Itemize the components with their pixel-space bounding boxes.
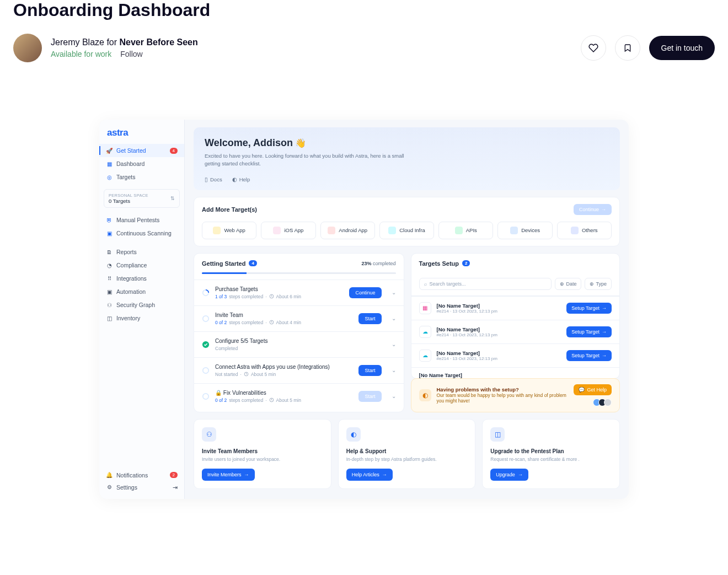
author-avatar[interactable] bbox=[13, 34, 42, 62]
updown-icon: ⇅ bbox=[170, 196, 175, 201]
target-row[interactable]: ☁ [No Name Target] #e214 · 13 Oct 2023, … bbox=[411, 343, 620, 367]
help-strip: ◐ Having problems with the setup? Our te… bbox=[411, 378, 620, 412]
welcome-subtitle: Excited to have you here. Looking forwar… bbox=[205, 152, 414, 168]
start-button[interactable]: Start bbox=[358, 313, 381, 324]
arrow-right-icon: → bbox=[602, 353, 607, 358]
clock-icon bbox=[269, 294, 274, 299]
wave-icon: 👋 bbox=[295, 138, 306, 148]
filter-date[interactable]: ⊕Date bbox=[555, 278, 581, 290]
devices-icon bbox=[510, 227, 518, 234]
chip-apis[interactable]: APIs bbox=[438, 222, 493, 239]
help-link[interactable]: ◐Help bbox=[232, 176, 250, 182]
upgrade-icon: ◫ bbox=[490, 427, 505, 442]
arrow-right-icon: → bbox=[244, 472, 249, 477]
help-support-card: ◐ Help & Support In-depth step by step A… bbox=[338, 419, 476, 489]
notif-badge: 2 bbox=[170, 472, 178, 478]
get-in-touch-button[interactable]: Get in touch bbox=[649, 36, 715, 60]
bookmark-icon bbox=[623, 43, 632, 53]
target-row[interactable]: ☁ [No Name Target] #e214 · 13 Oct 2023, … bbox=[411, 320, 620, 343]
invite-members-button[interactable]: Invite Members→ bbox=[202, 469, 255, 481]
target-type-icon: ☁ bbox=[419, 326, 431, 338]
arrow-right-icon: → bbox=[382, 472, 387, 477]
sidebar-item-notifications[interactable]: 🔔 Notifications 2 bbox=[99, 469, 184, 481]
start-button[interactable]: Start bbox=[358, 365, 381, 376]
targets-setup-card: Targets Setup 2 ⌕ Search targets... ⊕Dat… bbox=[411, 253, 620, 379]
scan-icon: ▣ bbox=[106, 230, 113, 237]
chip-devices[interactable]: Devices bbox=[497, 222, 552, 239]
gs-progress-text: 23% completed bbox=[361, 261, 395, 266]
sidebar-item-dashboard[interactable]: ▦ Dashboard bbox=[99, 157, 184, 170]
chevron-down-icon[interactable]: ⌄ bbox=[392, 393, 396, 399]
chevron-down-icon[interactable]: ⌄ bbox=[392, 315, 396, 321]
progress-circle-icon bbox=[202, 289, 210, 297]
help-subtitle: Our team would be happy to help you with… bbox=[437, 393, 569, 404]
filter-type[interactable]: ⊕Type bbox=[585, 278, 612, 290]
getting-started-title: Getting Started bbox=[202, 260, 245, 267]
ts-count-badge: 2 bbox=[462, 260, 470, 266]
available-for-work[interactable]: Available for work bbox=[51, 50, 111, 58]
chip-ios-app[interactable]: iOS App bbox=[261, 222, 315, 239]
gs-row-fix[interactable]: 🔒 Fix Vulnerabilities 0 of 2 steps compl… bbox=[194, 383, 404, 409]
setup-target-button[interactable]: Setup Target→ bbox=[566, 303, 612, 314]
help-articles-button[interactable]: Help Articles→ bbox=[346, 469, 393, 481]
target-icon: ◎ bbox=[106, 174, 113, 180]
rocket-icon: 🚀 bbox=[106, 147, 113, 154]
svg-point-5 bbox=[203, 367, 209, 373]
chip-web-app[interactable]: Web App bbox=[202, 222, 256, 239]
chat-icon: 💬 bbox=[579, 387, 585, 393]
gs-row-invite[interactable]: Invite Team 0 of 2 steps completed · Abo… bbox=[194, 305, 404, 331]
continue-button[interactable]: Continue bbox=[349, 287, 381, 298]
gs-row-connect[interactable]: Connect Astra with Apps you use (Integra… bbox=[194, 357, 404, 383]
upgrade-button[interactable]: Upgrade→ bbox=[490, 469, 528, 481]
help-icon: ◐ bbox=[232, 176, 237, 182]
target-row[interactable]: ▦ [No Name Target] #e214 · 13 Oct 2023, … bbox=[411, 296, 620, 320]
chip-others[interactable]: Others bbox=[557, 222, 612, 239]
sidebar-item-get-started[interactable]: 🚀 Get Started 4 bbox=[99, 144, 184, 157]
sidebar-item-manual-pentests[interactable]: ⛨ Manual Pentests bbox=[99, 213, 184, 227]
team-avatars bbox=[595, 399, 612, 406]
author-name: Jeremy Blaze for Never Before Seen bbox=[51, 37, 198, 47]
sidebar-item-reports[interactable]: 🗎 Reports bbox=[99, 245, 184, 259]
others-icon bbox=[571, 227, 579, 234]
dashboard-shot: astra 🚀 Get Started 4 ▦ Dashboard ◎ Targ… bbox=[99, 120, 629, 499]
target-chips: Web App iOS App Android App Cloud Infra … bbox=[202, 222, 612, 239]
follow-link[interactable]: Follow bbox=[120, 50, 142, 58]
logout-icon[interactable]: ⇥ bbox=[173, 484, 178, 491]
chevron-down-icon[interactable]: ⌄ bbox=[392, 289, 396, 295]
sidebar-item-automation[interactable]: ▣ Automation bbox=[99, 285, 184, 298]
sidebar-item-targets[interactable]: ◎ Targets bbox=[99, 170, 184, 184]
sidebar-item-inventory[interactable]: ◫ Inventory bbox=[99, 311, 184, 325]
chip-android-app[interactable]: Android App bbox=[320, 222, 375, 239]
docs-link[interactable]: ▯Docs bbox=[205, 176, 222, 182]
clock-icon bbox=[269, 320, 274, 325]
bookmark-button[interactable] bbox=[615, 35, 640, 61]
gs-row-purchase[interactable]: Purchase Targets 1 of 3 steps completed … bbox=[194, 280, 404, 305]
chip-cloud-infra[interactable]: Cloud Infra bbox=[379, 222, 434, 239]
question-icon: ◐ bbox=[419, 389, 431, 401]
android-icon bbox=[328, 227, 335, 234]
gs-count-badge: 4 bbox=[249, 260, 256, 266]
workspace-selector[interactable]: PERSONAL SPACE 0 Targets ⇅ bbox=[104, 189, 180, 208]
sidebar-item-settings[interactable]: ⚙ Settings ⇥ bbox=[99, 481, 184, 493]
chevron-down-icon[interactable]: ⌄ bbox=[392, 367, 396, 373]
graph-icon: ⚇ bbox=[106, 302, 113, 308]
sidebar-item-continuous-scanning[interactable]: ▣ Continuous Scanning bbox=[99, 227, 184, 240]
get-help-button[interactable]: 💬Get Help bbox=[574, 384, 612, 395]
sidebar-item-security-graph[interactable]: ⚇ Security Graph bbox=[99, 298, 184, 311]
plus-circle-icon: ⊕ bbox=[560, 281, 564, 287]
file-icon: 🗎 bbox=[106, 249, 113, 255]
plus-circle-icon: ⊕ bbox=[590, 281, 594, 287]
like-button[interactable] bbox=[581, 35, 606, 61]
gs-row-configure[interactable]: Configure 5/5 Targets Completed ⌄ bbox=[194, 331, 404, 357]
box-icon: ◫ bbox=[106, 315, 113, 321]
setup-target-button[interactable]: Setup Target→ bbox=[566, 326, 612, 337]
setup-target-button[interactable]: Setup Target→ bbox=[566, 350, 612, 361]
search-input[interactable]: ⌕ Search targets... bbox=[419, 278, 552, 290]
sidebar-item-integrations[interactable]: ⠿ Integrations bbox=[99, 272, 184, 285]
clock-icon bbox=[244, 372, 249, 377]
search-icon: ⌕ bbox=[424, 281, 427, 287]
sidebar-item-compliance[interactable]: ◔ Compliance bbox=[99, 259, 184, 272]
chevron-down-icon[interactable]: ⌄ bbox=[392, 341, 396, 347]
web-icon bbox=[213, 227, 221, 234]
brand-logo[interactable]: astra bbox=[99, 120, 184, 144]
